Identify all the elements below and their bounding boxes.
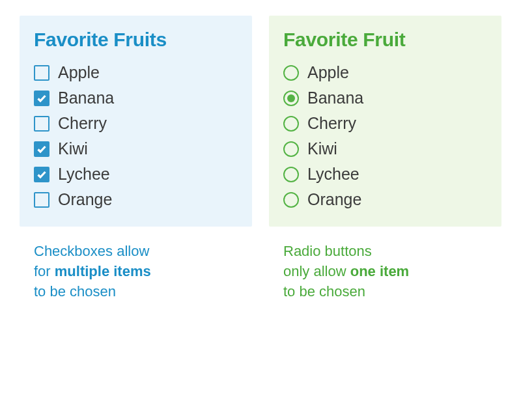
radio-icon [283, 65, 299, 81]
checkbox-option-label: Cherry [58, 115, 107, 132]
checkbox-option-label: Kiwi [58, 141, 88, 157]
radio-option-label: Cherry [307, 115, 356, 132]
checkbox-option-apple[interactable]: Apple [34, 60, 238, 85]
radio-panel: Favorite Fruit Apple Banana Cherry Kiwi [269, 16, 501, 227]
radio-icon [283, 192, 299, 208]
checkbox-column: Favorite Fruits Apple Banana [20, 16, 252, 316]
radio-option-cherry[interactable]: Cherry [283, 111, 487, 136]
radio-option-orange[interactable]: Orange [283, 187, 487, 212]
checkbox-options: Apple Banana Cherry [34, 60, 238, 212]
checkbox-option-label: Orange [58, 191, 112, 208]
checkbox-icon [34, 167, 49, 182]
checkbox-icon [34, 91, 49, 106]
comparison-wrap: Favorite Fruits Apple Banana [0, 0, 521, 332]
radio-column: Favorite Fruit Apple Banana Cherry Kiwi [269, 16, 501, 316]
radio-caption: Radio buttons only allow one item to be … [269, 241, 501, 302]
checkbox-option-orange[interactable]: Orange [34, 187, 238, 212]
radio-icon [283, 167, 299, 182]
checkbox-option-cherry[interactable]: Cherry [34, 111, 238, 136]
checkbox-icon [34, 141, 49, 157]
radio-option-label: Kiwi [307, 141, 337, 157]
radio-option-banana[interactable]: Banana [283, 85, 487, 111]
radio-option-label: Orange [307, 191, 361, 208]
radio-option-apple[interactable]: Apple [283, 60, 487, 85]
radio-option-kiwi[interactable]: Kiwi [283, 136, 487, 161]
checkbox-panel: Favorite Fruits Apple Banana [20, 16, 252, 227]
radio-icon [283, 91, 299, 106]
checkbox-caption: Checkboxes allow for multiple items to b… [20, 241, 252, 302]
checkbox-option-kiwi[interactable]: Kiwi [34, 136, 238, 161]
checkbox-option-lychee[interactable]: Lychee [34, 161, 238, 187]
radio-option-lychee[interactable]: Lychee [283, 161, 487, 187]
checkbox-option-label: Apple [58, 64, 100, 81]
checkbox-option-banana[interactable]: Banana [34, 85, 238, 111]
radio-option-label: Apple [307, 64, 349, 81]
radio-icon [283, 141, 299, 157]
radio-option-label: Lychee [307, 166, 359, 182]
checkbox-panel-title: Favorite Fruits [34, 29, 238, 51]
checkbox-icon [34, 65, 49, 81]
radio-icon [283, 116, 299, 132]
checkbox-option-label: Banana [58, 90, 114, 106]
radio-panel-title: Favorite Fruit [283, 29, 487, 51]
checkbox-icon [34, 116, 49, 132]
checkbox-option-label: Lychee [58, 166, 110, 182]
radio-options: Apple Banana Cherry Kiwi Lychee [283, 60, 487, 212]
checkbox-icon [34, 192, 49, 208]
radio-option-label: Banana [307, 90, 363, 106]
